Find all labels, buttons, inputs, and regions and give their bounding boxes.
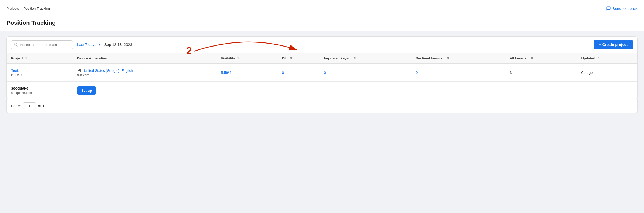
page-header: Position Tracking <box>0 17 644 31</box>
col-all-kw: All keywo... ⇅ <box>505 53 577 64</box>
feedback-icon <box>606 6 611 11</box>
table-header-row: Project ⇅ Device & Location Visibility ⇅… <box>7 53 637 64</box>
top-bar: Projects › Position Tracking Send feedba… <box>0 0 644 17</box>
search-wrapper <box>11 40 73 49</box>
device-location-cell: 🖥 United States (Google), English test.c… <box>73 64 217 82</box>
send-feedback-link[interactable]: Send feedback <box>606 6 638 11</box>
table-wrapper: Project ⇅ Device & Location Visibility ⇅… <box>6 53 638 99</box>
device-domain: test.com <box>77 73 212 77</box>
updated-cell-empty <box>577 82 637 99</box>
svg-line-3 <box>17 45 17 46</box>
project-domain: test.com <box>11 73 68 77</box>
col-device-location: Device & Location <box>73 53 217 64</box>
device-location-cell-setup: Set up <box>73 82 217 99</box>
date-filter-label: Last 7 days <box>77 42 96 47</box>
chevron-down-icon: ▾ <box>99 43 100 47</box>
breadcrumb-separator: › <box>21 7 22 10</box>
device-location-link[interactable]: United States (Google), English <box>84 69 133 73</box>
sort-icon-project[interactable]: ⇅ <box>25 57 27 60</box>
col-updated: Updated ⇅ <box>577 53 637 64</box>
page-input[interactable] <box>23 102 36 109</box>
project-name[interactable]: seoquake <box>11 86 68 90</box>
page-label: Page: <box>11 104 21 108</box>
col-declined-kw: Declined keywo... ⇅ <box>411 53 505 64</box>
table-head: Project ⇅ Device & Location Visibility ⇅… <box>7 53 637 64</box>
sort-icon-diff[interactable]: ⇅ <box>290 57 292 60</box>
breadcrumb-projects[interactable]: Projects <box>6 6 19 10</box>
table-body: Test test.com 🖥 United States (Google), … <box>7 64 637 99</box>
sort-icon-all-kw[interactable]: ⇅ <box>531 57 533 60</box>
all-kw-value: 3 <box>510 70 512 75</box>
visibility-cell: 5.59% <box>216 64 277 82</box>
date-range: Sep 12-18, 2023 <box>104 42 132 47</box>
col-visibility: Visibility ⇅ <box>216 53 277 64</box>
declined-kw-cell-empty <box>411 82 505 99</box>
page-title: Position Tracking <box>6 19 638 26</box>
col-diff: Diff ⇅ <box>277 53 320 64</box>
diff-cell: 0 <box>277 64 320 82</box>
all-kw-cell-empty <box>505 82 577 99</box>
visibility-value: 5.59% <box>221 70 231 75</box>
improved-kw-cell: 0 <box>320 64 411 82</box>
sort-icon-updated[interactable]: ⇅ <box>597 57 600 60</box>
setup-button[interactable]: Set up <box>77 86 96 95</box>
breadcrumb-current: Position Tracking <box>23 6 50 10</box>
updated-value: 0h ago <box>581 70 593 75</box>
project-domain: seoquake.com <box>11 91 68 95</box>
improved-kw-value: 0 <box>324 70 326 75</box>
table-row: seoquake seoquake.com Set up <box>7 82 637 99</box>
breadcrumb: Projects › Position Tracking <box>6 6 50 10</box>
page-of-label: of 1 <box>38 104 44 108</box>
date-filter[interactable]: Last 7 days ▾ <box>77 42 100 47</box>
send-feedback-label: Send feedback <box>613 6 638 11</box>
device-icon: 🖥 <box>77 68 81 73</box>
search-icon <box>14 42 18 47</box>
sort-icon-improved[interactable]: ⇅ <box>354 57 356 60</box>
col-improved-kw: Improved keyw... ⇅ <box>320 53 411 64</box>
project-name[interactable]: Test <box>11 68 68 73</box>
declined-kw-value: 0 <box>416 70 418 75</box>
all-kw-cell: 3 <box>505 64 577 82</box>
project-cell: seoquake seoquake.com <box>7 82 73 99</box>
updated-cell: 0h ago <box>577 64 637 82</box>
toolbar: Last 7 days ▾ Sep 12-18, 2023 + Create p… <box>6 36 638 53</box>
diff-value: 0 <box>282 70 284 75</box>
search-input[interactable] <box>11 40 73 49</box>
sort-icon-declined[interactable]: ⇅ <box>447 57 449 60</box>
improved-kw-cell-empty <box>320 82 411 99</box>
declined-kw-cell: 0 <box>411 64 505 82</box>
visibility-cell-empty <box>216 82 277 99</box>
projects-table: Project ⇅ Device & Location Visibility ⇅… <box>7 53 637 99</box>
sort-icon-visibility[interactable]: ⇅ <box>237 57 240 60</box>
table-row: Test test.com 🖥 United States (Google), … <box>7 64 637 82</box>
card: 2 1 <box>6 36 638 113</box>
diff-cell-empty <box>277 82 320 99</box>
create-project-button[interactable]: + Create project <box>594 40 633 49</box>
project-cell: Test test.com <box>7 64 73 82</box>
pagination: Page: of 1 <box>6 99 638 113</box>
col-project: Project ⇅ <box>7 53 73 64</box>
main-content: 2 1 <box>0 31 644 118</box>
